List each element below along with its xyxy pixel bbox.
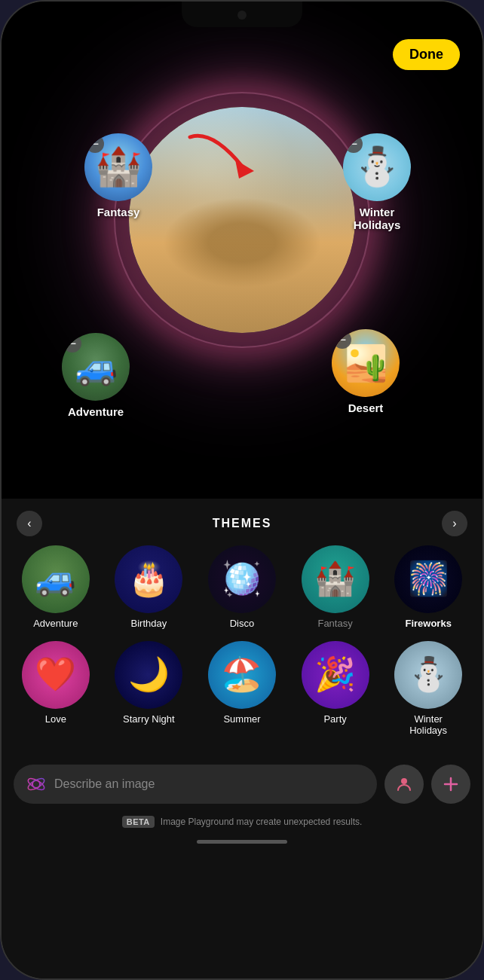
camera-dot: [237, 11, 247, 20]
minus-badge-desert[interactable]: −: [333, 331, 351, 349]
theme-summer-icon: [208, 641, 276, 709]
theme-fantasy-icon: [302, 545, 369, 613]
input-bar: Describe an image: [2, 756, 482, 813]
beta-notice: BETA Image Playground may create unexpec…: [2, 813, 482, 835]
theme-item-disco[interactable]: Disco: [204, 545, 280, 629]
done-button[interactable]: Done: [393, 39, 460, 70]
theme-row-1: Adventure Birthday Disco Fantasy Firewor…: [2, 545, 482, 641]
themes-title: THEMES: [42, 517, 442, 530]
themes-section: ‹ THEMES › Adventure Birthday Disco: [2, 499, 482, 756]
fantasy-label: Fantasy: [97, 206, 140, 218]
theme-summer-label: Summer: [223, 713, 260, 725]
theme-item-adventure[interactable]: Adventure: [18, 545, 93, 629]
canvas-area: − Fantasy − WinterHolidays − Adventure −…: [2, 2, 482, 514]
theme-disco-label: Disco: [230, 618, 255, 629]
themes-header: ‹ THEMES ›: [2, 499, 482, 545]
theme-item-winter-holidays-2[interactable]: WinterHolidays: [391, 641, 466, 736]
theme-fantasy-label: Fantasy: [317, 618, 352, 629]
beta-text: Image Playground may create unexpected r…: [161, 817, 362, 827]
search-field[interactable]: Describe an image: [14, 765, 377, 804]
theme-row-2: Love Starry Night Summer Party WinterHol…: [2, 641, 482, 748]
theme-item-party[interactable]: Party: [298, 641, 373, 736]
canvas-theme-desert[interactable]: − Desert: [332, 329, 400, 414]
ai-icon: [26, 774, 47, 795]
theme-starrynight-label: Starry Night: [123, 713, 175, 725]
canvas-theme-winter-holidays[interactable]: − WinterHolidays: [343, 133, 411, 231]
theme-love-icon: [22, 641, 90, 709]
add-button[interactable]: [431, 765, 470, 804]
theme-item-birthday[interactable]: Birthday: [111, 545, 186, 629]
theme-birthday-label: Birthday: [131, 618, 167, 629]
winter-holidays-circle: −: [343, 133, 411, 201]
bottom-panel: ‹ THEMES › Adventure Birthday Disco: [2, 499, 482, 978]
minus-badge-winter[interactable]: −: [345, 135, 363, 153]
svg-point-4: [401, 778, 407, 784]
theme-item-love[interactable]: Love: [18, 641, 93, 736]
theme-item-starry-night[interactable]: Starry Night: [111, 641, 186, 736]
theme-party-label: Party: [323, 713, 346, 725]
red-arrow: [167, 122, 273, 200]
theme-adventure-label: Adventure: [33, 618, 78, 629]
phone-frame: Done − Fantasy −: [0, 0, 484, 980]
adventure-circle: −: [62, 333, 130, 401]
home-indicator: [197, 840, 287, 844]
canvas-theme-adventure[interactable]: − Adventure: [62, 333, 130, 418]
theme-fireworks-label: Fireworks: [405, 618, 451, 629]
desert-label: Desert: [348, 401, 384, 414]
theme-disco-icon: [208, 545, 276, 613]
theme-item-fireworks[interactable]: Fireworks: [391, 545, 466, 629]
beta-badge: BETA: [122, 816, 155, 828]
winter-holidays-label: WinterHolidays: [354, 206, 401, 231]
svg-marker-0: [235, 160, 254, 179]
desert-circle: −: [332, 329, 400, 397]
adventure-label: Adventure: [68, 405, 124, 418]
search-placeholder: Describe an image: [54, 777, 155, 791]
canvas-theme-fantasy[interactable]: − Fantasy: [84, 133, 152, 218]
theme-love-label: Love: [45, 713, 66, 725]
theme-fireworks-icon: [394, 545, 462, 613]
theme-winterholidays2-icon: [394, 641, 462, 709]
theme-item-fantasy[interactable]: Fantasy: [298, 545, 373, 629]
person-button[interactable]: [384, 765, 424, 804]
theme-adventure-icon: [22, 545, 90, 613]
theme-birthday-icon: [115, 545, 182, 613]
minus-badge-fantasy[interactable]: −: [86, 135, 104, 153]
theme-starrynight-icon: [115, 641, 182, 709]
theme-item-summer[interactable]: Summer: [204, 641, 280, 736]
fantasy-circle: −: [84, 133, 152, 201]
theme-winterholidays2-label: WinterHolidays: [409, 713, 447, 736]
nav-left-button[interactable]: ‹: [17, 511, 42, 536]
nav-right-button[interactable]: ›: [442, 511, 467, 536]
minus-badge-adventure[interactable]: −: [63, 334, 81, 353]
theme-party-icon: [302, 641, 369, 709]
